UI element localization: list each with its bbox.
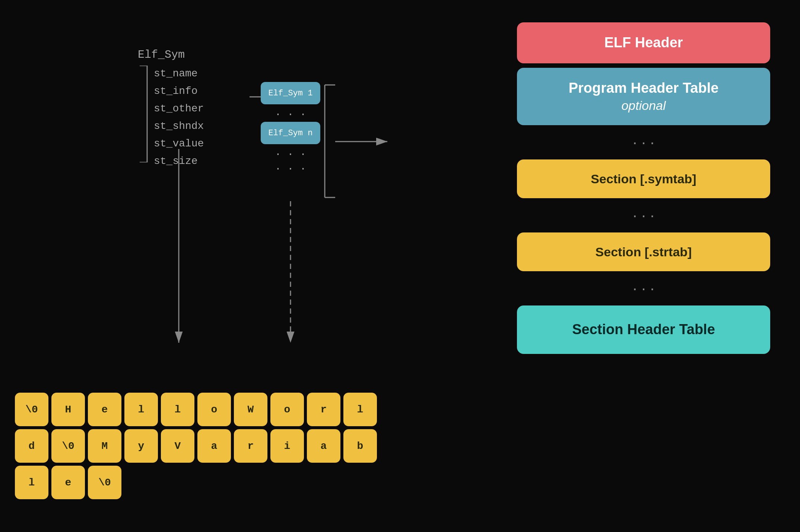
dots1-label: · · · xyxy=(633,133,654,151)
char-d: d xyxy=(15,429,48,463)
char-null3: \0 xyxy=(88,466,121,499)
sym-array-dots2: · · · xyxy=(261,147,320,162)
char-e: e xyxy=(51,466,85,499)
elf-sym-struct: Elf_Sym st_name st_info st_other st_shnd… xyxy=(138,48,204,169)
string-row-3: l e \0 xyxy=(15,466,377,499)
program-header-optional: optional xyxy=(569,97,719,114)
program-header-block: Program Header Table optional xyxy=(517,68,770,125)
section-header-table-label: Section Header Table xyxy=(572,320,715,339)
dots1: · · · xyxy=(517,130,770,155)
string-row-2: d \0 M y V a r i a b xyxy=(15,429,377,463)
char-M: M xyxy=(88,429,121,463)
char-l4: l xyxy=(15,466,48,499)
char-r2: r xyxy=(234,429,267,463)
sym-box-1: Elf_Sym 1 xyxy=(261,82,320,104)
field-st_name: st_name xyxy=(154,66,204,82)
char-i: i xyxy=(270,429,304,463)
char-a2: a xyxy=(307,429,340,463)
left-brace-icon xyxy=(138,66,151,162)
elf-structure: ELF Header Program Header Table optional… xyxy=(517,22,770,354)
field-st_other: st_other xyxy=(154,101,204,117)
char-null2: \0 xyxy=(51,429,85,463)
elf-header-label: ELF Header xyxy=(604,34,683,52)
dots3-label: · · · xyxy=(633,279,654,297)
char-V: V xyxy=(161,429,194,463)
section-symtab-label: Section [.symtab] xyxy=(591,171,696,187)
elf-sym-fields: st_name st_info st_other st_shndx st_val… xyxy=(154,66,204,169)
char-y: y xyxy=(124,429,158,463)
char-H: H xyxy=(51,393,85,426)
char-W: W xyxy=(234,393,267,426)
elf-header-block: ELF Header xyxy=(517,22,770,63)
dots3: · · · xyxy=(517,276,770,301)
field-st_value: st_value xyxy=(154,136,204,152)
sym-array-dots1: · · · xyxy=(261,107,320,122)
char-l2: l xyxy=(161,393,194,426)
diagram-container: ELF Header Program Header Table optional… xyxy=(0,0,800,532)
dots2: · · · xyxy=(517,203,770,228)
section-symtab-block: Section [.symtab] xyxy=(517,159,770,198)
string-table: \0 H e l l o W o r l d \0 M y V a r i a … xyxy=(15,393,377,502)
field-st_shndx: st_shndx xyxy=(154,118,204,134)
sym-array-dots3: · · · xyxy=(261,162,320,176)
char-b: b xyxy=(343,429,377,463)
field-st_info: st_info xyxy=(154,83,204,99)
char-l3: l xyxy=(343,393,377,426)
elf-sym-array: Elf_Sym 1 · · · Elf_Sym n · · · · · · xyxy=(261,82,320,176)
char-o: o xyxy=(197,393,231,426)
program-header-label: Program Header Table xyxy=(569,80,719,96)
field-st_size: st_size xyxy=(154,153,204,169)
char-o2: o xyxy=(270,393,304,426)
elf-sym-title: Elf_Sym xyxy=(138,48,204,61)
string-row-1: \0 H e l l o W o r l xyxy=(15,393,377,426)
section-strtab-block: Section [.strtab] xyxy=(517,232,770,271)
char-l1: l xyxy=(124,393,158,426)
sym-box-n: Elf_Sym n xyxy=(261,122,320,144)
dots2-label: · · · xyxy=(633,206,654,224)
section-strtab-label: Section [.strtab] xyxy=(596,244,692,260)
char-r: r xyxy=(307,393,340,426)
char-null1: \0 xyxy=(15,393,48,426)
section-header-table-block: Section Header Table xyxy=(517,305,770,354)
char-a: a xyxy=(197,429,231,463)
char-e: e xyxy=(88,393,121,426)
